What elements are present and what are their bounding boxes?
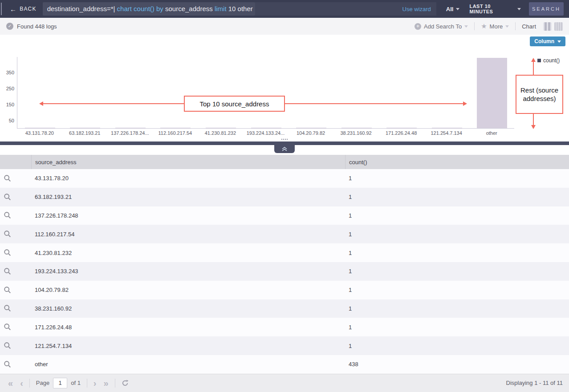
last-page-button[interactable]: » xyxy=(100,379,112,388)
top-search-bar: ← BACK destination_address=*| chart coun… xyxy=(0,0,569,18)
chevron-down-icon xyxy=(505,25,509,28)
table-row: 137.226.178.2481 xyxy=(0,206,569,225)
x-axis-label: 112.160.217.54 xyxy=(153,130,198,137)
prev-page-button[interactable]: ‹ xyxy=(16,379,27,388)
refresh-button[interactable] xyxy=(118,380,132,387)
x-axis-label: 193.224.133.24... xyxy=(243,130,289,137)
chart-bar[interactable] xyxy=(206,128,236,128)
chart-bar[interactable] xyxy=(432,128,462,128)
row-icon-cell xyxy=(0,230,31,238)
row-icon-cell xyxy=(0,249,31,257)
chart-bar[interactable] xyxy=(251,128,281,128)
page-of-label: of 1 xyxy=(71,380,81,386)
chart-view-icon[interactable] xyxy=(543,22,552,31)
query-token: chart count() xyxy=(117,5,154,12)
search-icon[interactable] xyxy=(4,267,12,275)
divider xyxy=(87,379,87,388)
chart-legend: count() xyxy=(537,57,560,64)
time-range-value: LAST 10 MINUTES xyxy=(469,4,514,14)
time-range-dropdown[interactable]: LAST 10 MINUTES xyxy=(469,4,520,14)
table-row: 171.226.24.481 xyxy=(0,318,569,336)
icon-column-header xyxy=(0,155,31,169)
chart-bar[interactable] xyxy=(386,128,417,128)
source-address-cell: 41.230.81.232 xyxy=(31,250,345,256)
rest-up-arrow xyxy=(533,61,534,75)
row-icon-cell xyxy=(0,174,31,182)
count-cell: 1 xyxy=(345,231,569,238)
divider xyxy=(515,22,516,30)
search-icon[interactable] xyxy=(4,211,12,219)
scope-dropdown[interactable]: All xyxy=(446,6,460,12)
drag-handle-icon[interactable] xyxy=(281,139,288,140)
count-cell: 1 xyxy=(345,268,569,275)
displaying-range-text: Displaying 1 - 11 of 11 xyxy=(506,380,565,386)
chart-bar[interactable] xyxy=(296,128,326,128)
page-number-input[interactable] xyxy=(53,378,67,388)
more-dropdown[interactable]: ★ More xyxy=(481,22,509,30)
count-column-header[interactable]: count() xyxy=(345,155,569,169)
plus-circle-icon: + xyxy=(415,23,421,30)
search-icon[interactable] xyxy=(4,249,12,257)
refresh-icon xyxy=(122,380,129,387)
search-query-input[interactable]: destination_address=*| chart count() by … xyxy=(43,2,255,16)
x-axis-label: 104.20.79.82 xyxy=(288,130,333,137)
chart-type-dropdown[interactable]: Column xyxy=(530,36,565,46)
chart-bar[interactable] xyxy=(115,128,146,128)
count-cell: 438 xyxy=(345,361,569,368)
row-icon-cell xyxy=(0,360,31,368)
found-logs-text: Found 448 logs xyxy=(17,23,57,30)
panel-splitter[interactable] xyxy=(0,141,569,145)
search-icon[interactable] xyxy=(4,304,12,312)
row-icon-cell xyxy=(0,193,31,201)
row-icon-cell xyxy=(0,323,31,331)
source-address-column-header[interactable]: source_address xyxy=(31,155,345,169)
x-axis-label: 171.226.24.48 xyxy=(378,130,424,137)
rest-down-arrow xyxy=(533,114,534,125)
source-address-cell: 171.226.24.48 xyxy=(31,324,345,331)
legend-swatch-icon xyxy=(537,59,541,62)
count-cell: 1 xyxy=(345,250,569,256)
row-icon-cell xyxy=(0,211,31,219)
back-button[interactable]: ← BACK xyxy=(0,5,43,13)
chart-bar[interactable] xyxy=(25,128,55,128)
search-icon[interactable] xyxy=(4,342,12,350)
next-page-button[interactable]: › xyxy=(90,379,100,388)
search-icon[interactable] xyxy=(4,360,12,368)
chevron-down-icon xyxy=(557,40,561,43)
search-icon[interactable] xyxy=(4,230,12,238)
scope-value: All xyxy=(446,6,454,12)
chart-bar[interactable] xyxy=(477,58,507,128)
query-token: destination_address=*| xyxy=(47,5,117,12)
count-cell: 1 xyxy=(345,212,569,219)
source-address-cell: other xyxy=(31,361,345,368)
table-row: 38.231.160.921 xyxy=(0,299,569,318)
count-cell: 1 xyxy=(345,175,569,182)
collapse-chart-button[interactable] xyxy=(274,145,295,153)
count-cell: 1 xyxy=(345,287,569,293)
search-icon[interactable] xyxy=(4,286,12,294)
search-button[interactable]: SEARCH xyxy=(529,2,564,16)
search-icon[interactable] xyxy=(4,193,12,201)
chart-bar[interactable] xyxy=(70,128,100,128)
table-row: other438 xyxy=(0,355,569,374)
add-search-to-dropdown[interactable]: + Add Search To xyxy=(415,23,468,30)
count-cell: 1 xyxy=(345,343,569,349)
count-cell: 1 xyxy=(345,305,569,312)
chart-bar[interactable] xyxy=(160,128,191,128)
first-page-button[interactable]: « xyxy=(4,379,16,388)
grid-view-icon[interactable] xyxy=(554,22,563,31)
chevron-down-icon xyxy=(456,8,459,10)
search-icon[interactable] xyxy=(4,174,12,182)
use-wizard-link[interactable]: Use wizard xyxy=(402,6,431,12)
star-icon: ★ xyxy=(481,22,487,30)
y-axis-tick: 150 xyxy=(1,102,14,107)
table-header-row: source_address count() xyxy=(0,155,569,169)
row-icon-cell xyxy=(0,267,31,275)
results-table: source_address count() 43.131.78.20163.1… xyxy=(0,155,569,374)
chart-bar[interactable] xyxy=(341,128,372,128)
annotation-rest-text: Rest (source addresses) xyxy=(519,86,560,103)
annotation-top10: Top 10 source_address xyxy=(184,96,285,112)
pagination-bar: « ‹ Page of 1 › » Displaying 1 - 11 of 1… xyxy=(0,374,569,392)
search-icon[interactable] xyxy=(4,323,12,331)
double-chevron-up-icon xyxy=(281,147,288,151)
